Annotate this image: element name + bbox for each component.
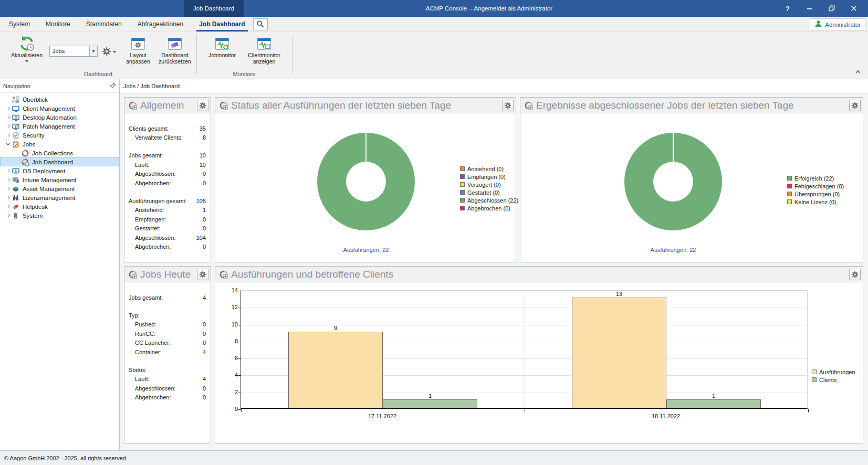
tree-expander-right[interactable] <box>4 166 12 175</box>
nav-item-os-deployment[interactable]: OS Deployment <box>0 166 119 175</box>
legend-swatch <box>460 182 465 187</box>
titlebar-active-tab[interactable]: Job Dashboard <box>184 0 244 17</box>
desktop-automation-icon <box>12 113 20 121</box>
tree-expander-right[interactable] <box>4 122 12 131</box>
chevron-right-icon <box>6 133 9 137</box>
dashboard-combo-dropdown[interactable] <box>89 46 97 56</box>
nav-item-asset-management[interactable]: Asset Management <box>0 184 119 193</box>
restore-button[interactable] <box>821 0 843 17</box>
legend-swatch <box>787 184 792 188</box>
tree-expander-right[interactable] <box>4 104 12 113</box>
stat-row-abgeschlossen-: Abgeschlossen:0 <box>124 170 211 178</box>
helpdesk-icon <box>12 203 20 210</box>
tree-expander-right[interactable] <box>4 113 12 122</box>
ribbon-collapse-button[interactable] <box>854 68 862 75</box>
user-chip[interactable]: Administrator <box>810 18 865 30</box>
nav-item-überblick[interactable]: Überblick <box>0 95 119 104</box>
job-collections-icon <box>21 149 29 157</box>
nav-item-intune-management[interactable]: Intune Management <box>0 175 119 184</box>
help-button[interactable]: ? <box>777 0 799 17</box>
nav-item-job-collections[interactable]: Job Collections <box>0 149 119 157</box>
x-axis-tick <box>808 409 809 412</box>
acmp-console-window: Job Dashboard ACMP Console -- Angemeldet… <box>0 0 868 465</box>
panel-settings-button[interactable] <box>849 100 861 111</box>
chevron-right-icon <box>6 178 9 182</box>
y-axis-label: 14 <box>217 287 238 293</box>
panel-header: Ergebnisse abgeschlossener Jobs der letz… <box>520 98 863 113</box>
legend-label: Empfangen (0) <box>467 174 506 180</box>
chevron-right-icon <box>6 205 9 208</box>
clientmonitor-button[interactable]: Clientmonitor anzeigen <box>244 35 285 65</box>
bar-chart-plot-area: 0246810121491131 <box>240 290 808 409</box>
system-icon <box>12 212 20 219</box>
panel-settings-button[interactable] <box>502 100 514 111</box>
asset-management-icon <box>12 185 20 193</box>
stat-row-empfangen-: Empfangen:0 <box>124 215 211 224</box>
menu-abfrageaktionen[interactable]: Abfrageaktionen <box>130 17 191 31</box>
bar-clients-18-11-2022 <box>666 399 761 408</box>
stat-gap <box>124 356 211 365</box>
panel-settings-button[interactable] <box>197 100 208 111</box>
stat-label: Status: <box>129 367 206 373</box>
menu-system[interactable]: System <box>1 17 38 31</box>
stat-value: 0 <box>203 340 206 346</box>
y-axis-label: 8 <box>217 338 238 344</box>
stat-label: CC Launcher: <box>129 340 203 346</box>
panel-settings-button[interactable] <box>197 269 208 280</box>
tree-expander-right[interactable] <box>4 175 12 184</box>
dashboard-combo[interactable]: Jobs <box>49 46 98 57</box>
pin-icon[interactable] <box>110 82 116 90</box>
tree-expander-right[interactable] <box>4 131 12 140</box>
nav-item-security[interactable]: Security <box>0 131 119 140</box>
legend-label: Übersprungen (0) <box>794 191 840 197</box>
job-dashboard-icon <box>21 158 29 166</box>
legend-label: Keine Lizenz (0) <box>794 199 836 205</box>
tree-expander-right[interactable] <box>4 211 12 220</box>
bar-value-label: 1 <box>703 393 724 399</box>
donut-chart-status <box>317 133 415 230</box>
allgemein-stats: Clients gesamt:35Verwaltete Clients:8Job… <box>124 113 211 251</box>
panel-settings-button[interactable] <box>849 269 861 280</box>
legend-item-ausführungen: Ausführungen <box>812 368 855 376</box>
nav-item-helpdesk[interactable]: Helpdesk <box>0 202 119 211</box>
x-axis-tick <box>525 409 525 412</box>
minimize-button[interactable] <box>799 0 821 17</box>
tree-expander-right[interactable] <box>4 193 12 202</box>
tree-spacer <box>4 95 12 104</box>
tree-expander-down[interactable] <box>4 140 12 149</box>
stat-row-pushed-: Pushed:0 <box>124 320 211 329</box>
close-button[interactable] <box>843 0 865 17</box>
user-icon <box>814 20 822 29</box>
y-axis-label: 12 <box>217 304 238 310</box>
jobmonitor-button[interactable]: Jobmonitor <box>205 35 239 59</box>
tree-expander-right[interactable] <box>4 202 12 211</box>
footer-copyright: © Aagon GmbH 2002 - 2025, all rights res… <box>0 450 868 465</box>
nav-item-jobs[interactable]: Jobs <box>0 140 119 149</box>
nav-item-label: Desktop Automation <box>23 114 77 121</box>
layout-button[interactable]: Layout anpassen <box>123 35 153 65</box>
stat-value: 4 <box>203 376 206 382</box>
refresh-button[interactable]: Aktualisieren <box>7 35 46 62</box>
nav-item-system[interactable]: System <box>0 211 119 220</box>
nav-item-client-management[interactable]: Client Management <box>0 104 119 113</box>
stat-row-gestartet-: Gestartet:0 <box>124 224 211 233</box>
gridline <box>241 308 807 308</box>
menu-monitore[interactable]: Monitore <box>38 17 78 31</box>
dashboard-settings-dropdown[interactable] <box>102 47 116 57</box>
stat-gap <box>124 302 211 311</box>
nav-item-lizenzmanagement[interactable]: Lizenzmanagement <box>0 193 119 202</box>
search-button[interactable] <box>253 18 268 30</box>
ribbon-group-monitore: Monitore <box>196 71 292 77</box>
menu-job-dashboard[interactable]: Job Dashboard <box>191 17 253 31</box>
stat-label: Clients gesamt: <box>129 125 200 132</box>
nav-item-job-dashboard[interactable]: Job Dashboard <box>0 157 119 166</box>
reset-dashboard-icon <box>167 35 183 52</box>
stat-row-jobs-gesamt-: Jobs gesamt:4 <box>124 293 211 302</box>
nav-item-desktop-automation[interactable]: Desktop Automation <box>0 113 119 122</box>
menu-stammdaten[interactable]: Stammdaten <box>78 17 130 31</box>
tree-expander-right[interactable] <box>4 184 12 193</box>
reset-dashboard-button[interactable]: Dashboard zurücksetzen <box>156 35 193 65</box>
stat-row-status-: Status: <box>124 365 211 374</box>
nav-item-patch-management[interactable]: Patch Management <box>0 122 119 131</box>
ribbon-group-dashboard: Dashboard <box>0 71 196 77</box>
